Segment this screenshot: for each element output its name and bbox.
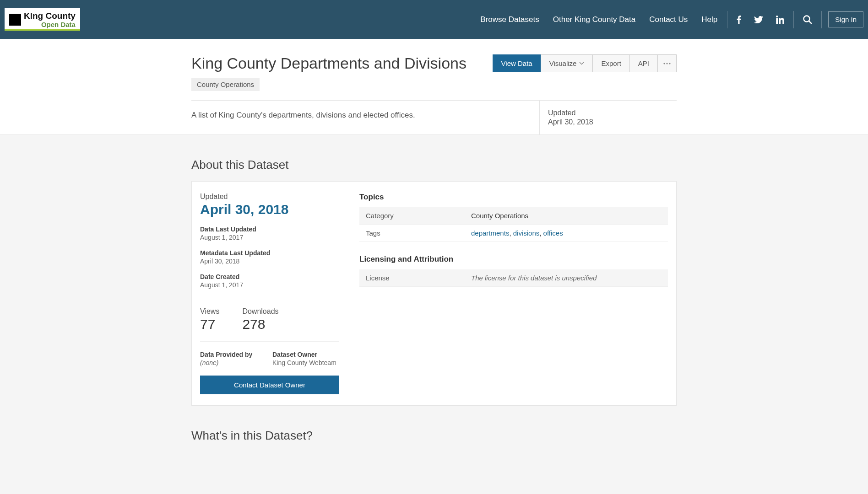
owner-label: Dataset Owner xyxy=(272,351,336,358)
primary-nav: Browse Datasets Other King County Data C… xyxy=(473,11,863,28)
data-last-updated-value: August 1, 2017 xyxy=(200,234,264,241)
tag-link[interactable]: offices xyxy=(543,229,563,237)
linkedin-icon[interactable] xyxy=(770,16,791,24)
metadata-last-updated-value: April 30, 2018 xyxy=(200,258,270,265)
updated-date: April 30, 2018 xyxy=(548,118,677,126)
updated-label: Updated xyxy=(200,193,339,201)
tags-label: Tags xyxy=(359,225,465,242)
chevron-down-icon xyxy=(579,62,584,65)
owner-value: King County Webteam xyxy=(272,359,336,366)
provided-by-label: Data Provided by xyxy=(200,351,264,358)
table-row: Tags departments, divisions, offices xyxy=(359,225,668,242)
facebook-icon[interactable] xyxy=(730,16,748,24)
nav-divider xyxy=(793,11,794,28)
topics-table: Category County Operations Tags departme… xyxy=(359,207,668,242)
table-row: Category County Operations xyxy=(359,207,668,225)
about-card: Updated April 30, 2018 Data Last Updated… xyxy=(191,181,677,406)
category-value: County Operations xyxy=(465,207,668,225)
downloads-label: Downloads xyxy=(242,307,278,316)
data-last-updated-label: Data Last Updated xyxy=(200,226,264,233)
updated-value: April 30, 2018 xyxy=(200,202,339,217)
views-label: Views xyxy=(200,307,219,316)
views-value: 77 xyxy=(200,317,219,332)
page-title: King County Departments and Divisions xyxy=(191,54,467,72)
updated-label: Updated xyxy=(548,109,677,117)
nav-help[interactable]: Help xyxy=(694,15,724,24)
whats-in-heading: What's in this Dataset? xyxy=(191,429,677,443)
metadata-last-updated-label: Metadata Last Updated xyxy=(200,249,270,257)
logo-line1: King County xyxy=(24,11,76,20)
contact-owner-button[interactable]: Contact Dataset Owner xyxy=(200,376,339,394)
more-icon xyxy=(663,63,671,64)
county-seal-icon xyxy=(9,14,21,26)
nav-divider xyxy=(727,11,727,28)
topics-heading: Topics xyxy=(359,193,668,202)
nav-contact-us[interactable]: Contact Us xyxy=(642,15,694,24)
license-value: The license for this dataset is unspecif… xyxy=(465,269,668,287)
dataset-hero: King County Departments and Divisions Co… xyxy=(0,39,868,135)
tags-value: departments, divisions, offices xyxy=(465,225,668,242)
table-row: License The license for this dataset is … xyxy=(359,269,668,287)
logo-line2: Open Data xyxy=(24,21,76,28)
tag-link[interactable]: divisions xyxy=(513,229,540,237)
site-header: King County Open Data Browse Datasets Ot… xyxy=(0,0,868,39)
category-label: Category xyxy=(359,207,465,225)
dataset-description: A list of King County's departments, div… xyxy=(191,101,539,134)
svg-point-2 xyxy=(663,63,665,64)
category-chip[interactable]: County Operations xyxy=(191,78,260,91)
twitter-icon[interactable] xyxy=(748,16,770,23)
nav-divider xyxy=(821,11,822,28)
licensing-table: License The license for this dataset is … xyxy=(359,269,668,287)
tab-more[interactable] xyxy=(657,54,677,72)
site-logo[interactable]: King County Open Data xyxy=(5,8,80,31)
sign-in-button[interactable]: Sign In xyxy=(828,11,863,27)
svg-point-0 xyxy=(804,16,810,21)
license-label: License xyxy=(359,269,465,287)
tag-link[interactable]: departments xyxy=(471,229,509,237)
downloads-value: 278 xyxy=(242,317,278,332)
svg-point-3 xyxy=(666,63,667,64)
updated-mini: Updated April 30, 2018 xyxy=(539,101,677,134)
action-tabs: View Data Visualize Export API xyxy=(493,54,677,72)
search-icon[interactable] xyxy=(797,15,819,24)
tab-api[interactable]: API xyxy=(629,54,658,72)
tab-export[interactable]: Export xyxy=(592,54,629,72)
date-created-label: Date Created xyxy=(200,273,264,280)
tab-view-data[interactable]: View Data xyxy=(493,54,541,72)
svg-line-1 xyxy=(809,21,812,24)
date-created-value: August 1, 2017 xyxy=(200,281,264,289)
provided-by-value: (none) xyxy=(200,359,264,366)
nav-other-data[interactable]: Other King County Data xyxy=(546,15,642,24)
tab-visualize[interactable]: Visualize xyxy=(541,54,593,72)
about-heading: About this Dataset xyxy=(191,158,677,172)
svg-point-4 xyxy=(669,63,670,64)
nav-browse-datasets[interactable]: Browse Datasets xyxy=(473,15,546,24)
licensing-heading: Licensing and Attribution xyxy=(359,255,668,264)
